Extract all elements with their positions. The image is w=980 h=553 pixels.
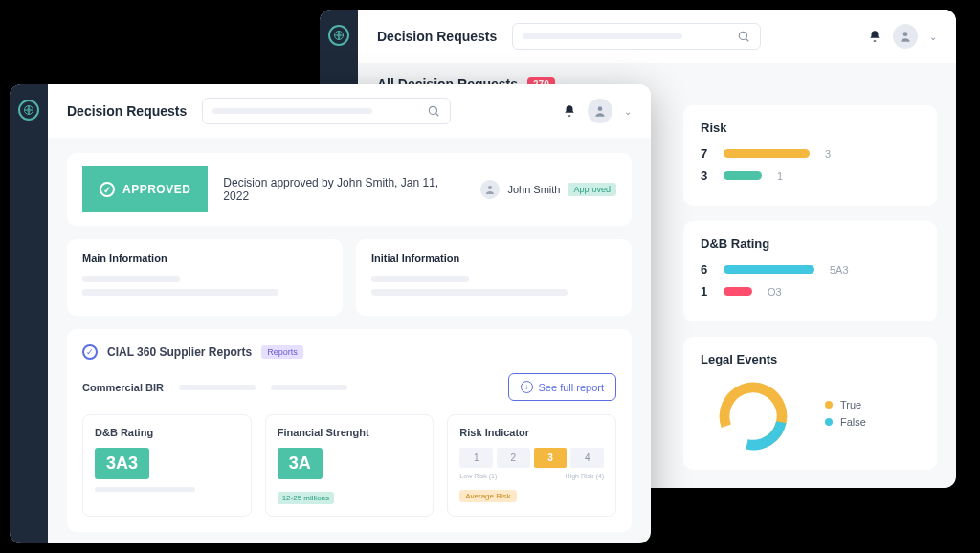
metric-value: 3A3 [95,448,149,479]
bell-icon[interactable] [868,30,881,43]
metric-value: 3A [278,448,323,479]
chevron-down-icon[interactable]: ⌄ [624,106,632,117]
card-title: Initial Information [371,253,616,264]
legend-label: False [840,416,866,428]
bar-row: 6 5A3 [701,262,920,276]
bar-label: 5A3 [830,264,849,276]
avatar[interactable] [893,24,918,49]
risk-step[interactable]: 4 [570,448,604,468]
metric-title: Financial Strenght [278,427,422,438]
risk-low-label: Low Risk (1) [459,473,497,479]
bar-label: 3 [825,148,831,160]
bar-row: 7 3 [701,146,920,161]
approved-message: Decision approved by John Smith, Jan 11,… [223,176,465,203]
svg-point-1 [740,32,747,39]
risk-indicator-card: Risk Indicator 1234 Low Risk (1) High Ri… [447,414,616,517]
button-label: See full report [539,382,604,393]
legend-item: False [825,416,866,428]
card-title: Main Information [82,253,327,264]
check-icon: ✓ [100,182,115,197]
dnb-rating-card: D&B Rating 3A3 [82,414,252,517]
bar-label: O3 [768,286,782,298]
chevron-down-icon[interactable]: ⌄ [929,32,937,42]
page-title: Decision Requests [67,103,187,119]
panel-title: Legal Events [701,352,920,366]
topbar: Decision Requests ⌄ [48,84,651,138]
financial-strength-card: Financial Strenght 3A 12-25 millions [265,414,434,517]
svg-point-8 [488,186,492,189]
page-title: Decision Requests [377,29,497,44]
bar-row: 3 1 [701,168,920,183]
see-full-report-button[interactable]: ↓ See full report [508,373,616,401]
svg-point-6 [430,106,437,114]
approval-banner: ✓ APPROVED Decision approved by John Smi… [67,153,632,226]
bar-value: 1 [701,284,714,299]
reports-tag: Reports [261,345,303,359]
bar-value: 7 [701,146,714,161]
check-circle-icon: ✓ [82,344,98,360]
risk-step[interactable]: 3 [534,448,568,468]
panel-title: Risk [701,121,920,135]
donut-chart [701,378,806,454]
legend-dot [825,418,833,426]
risk-step[interactable]: 2 [497,448,530,468]
user-name: John Smith [507,184,560,195]
main-info-card: Main Information [67,239,343,316]
topbar: Decision Requests ⌄ [358,10,956,63]
risk-high-label: High Risk (4) [566,473,604,479]
bar-fill [724,149,810,158]
user-chip: John Smith Approved [480,180,616,199]
logo-icon [328,25,349,46]
risk-panel: Risk 7 33 1 [683,105,937,206]
panel-title: D&B Rating [701,236,920,251]
risk-pill: Average Risk [459,490,516,502]
risk-step[interactable]: 1 [459,448,493,468]
bar-fill [724,171,762,180]
bar-value: 3 [701,168,714,183]
download-icon: ↓ [521,381,533,393]
user-avatar-icon [480,180,500,199]
rating-panel: D&B Rating 6 5A31 O3 [683,221,937,321]
reports-card: ✓ CIAL 360 Supplier Reports Reports Comm… [67,329,632,532]
bar-fill [724,287,752,296]
search-icon [737,30,750,43]
legend-dot [825,401,833,409]
initial-info-card: Initial Information [356,239,632,316]
metric-title: Risk Indicator [459,427,604,438]
reports-title: CIAL 360 Supplier Reports [107,345,252,359]
approved-badge: ✓ APPROVED [82,166,208,212]
bar-value: 6 [701,262,714,276]
legend-label: True [840,399,861,410]
sidebar [10,84,48,543]
metric-title: D&B Rating [95,427,239,438]
legend-item: True [825,399,866,410]
bir-label: Commercial BIR [82,382,164,393]
avatar[interactable] [588,99,612,123]
bell-icon[interactable] [563,104,576,118]
svg-point-2 [903,32,908,36]
approved-label: APPROVED [122,183,190,196]
search-input[interactable] [202,98,451,124]
status-pill: Approved [568,183,616,196]
bar-label: 1 [777,170,783,182]
logo-icon [18,100,39,121]
bar-row: 1 O3 [701,284,920,299]
svg-point-7 [598,106,603,111]
bar-fill [724,265,814,274]
window-decision-detail: Decision Requests ⌄ ✓ APPROVED Decision … [10,84,651,543]
search-input[interactable] [512,23,761,50]
legal-panel: Legal Events TrueFalse [683,337,937,470]
search-icon [427,104,440,118]
metric-subvalue: 12-25 millions [278,492,334,504]
